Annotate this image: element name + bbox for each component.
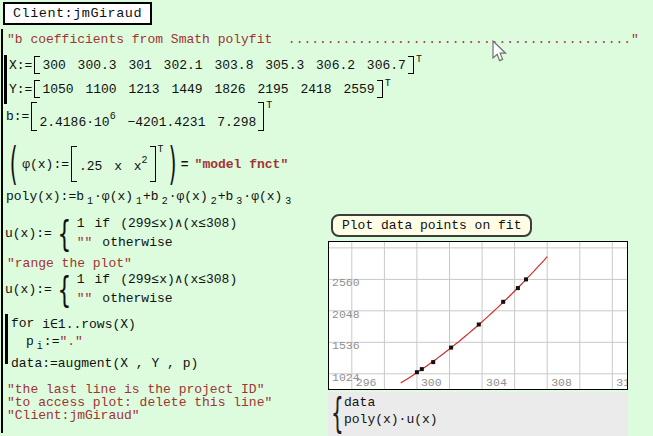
- bracket-right: [408, 56, 414, 74]
- smath-worksheet: Client:jmGiraud "b coefficients from Sma…: [0, 0, 653, 436]
- expr-X-definition[interactable]: X:= 300 300.3 301 302.1 303.8 305.3 306.…: [9, 56, 422, 74]
- keyword-otherwise: otherwise: [102, 291, 172, 307]
- bracket-right: [150, 146, 156, 182]
- svg-text:1536: 1536: [332, 339, 360, 352]
- plot-legend[interactable]: { data poly(x)·u(x): [328, 392, 628, 436]
- legend-entry-poly: poly(x)·u(x): [344, 412, 438, 427]
- svg-text:308: 308: [551, 376, 572, 389]
- u-lhs: u(x):=: [5, 226, 52, 241]
- plot-svg: 1024153620482560296300304308312: [329, 242, 627, 389]
- expr-data-augment[interactable]: data:=augment(X , Y , p): [11, 355, 198, 372]
- svg-text:304: 304: [486, 376, 507, 389]
- transpose-sup: T: [385, 78, 391, 89]
- legend-brace: {: [331, 392, 344, 434]
- equals-sign: =: [181, 157, 189, 172]
- bracket-right: [258, 102, 264, 131]
- keyword-for: for: [11, 316, 42, 331]
- svg-text:296: 296: [356, 376, 377, 389]
- keyword-if: if: [95, 272, 111, 288]
- u-lhs: u(x):=: [5, 282, 52, 297]
- keyword-if: if: [95, 216, 111, 232]
- expr-b-definition[interactable]: b:= 2.4186·106 −4201.4231 7.298 T: [6, 102, 272, 131]
- bracket-right: [377, 80, 383, 98]
- page-margin-line: [1, 29, 3, 433]
- case-value-1: 1: [77, 272, 85, 288]
- paren-left: (: [10, 146, 18, 182]
- for-iterator: i∈1..rows(X): [42, 316, 136, 332]
- vector-Y-values: 1050 1100 1213 1449 1826 2195 2418 2559: [40, 82, 376, 97]
- data-expression: data:=augment(X , Y , p): [11, 356, 198, 371]
- expr-p-assignment[interactable]: pi:=".": [26, 334, 83, 351]
- case-condition: (299≤x)∧(x≤308): [120, 216, 237, 232]
- plot-region[interactable]: 1024153620482560296300304308312: [328, 241, 628, 390]
- cases-brace: {: [57, 273, 71, 307]
- poly-expression: poly(x):=b1·φ(x)1+b2·φ(x)2+b3·φ(x)3: [6, 189, 292, 207]
- expr-Y-definition[interactable]: Y:= 1050 1100 1213 1449 1826 2195 2418 2…: [9, 80, 391, 98]
- legend-entry-data: data: [344, 395, 375, 410]
- svg-text:2048: 2048: [332, 308, 360, 321]
- case-value-2: "": [77, 291, 93, 307]
- expr-u-definition-2[interactable]: u(x):= { 1if(299≤x)∧(x≤308) ""otherwise: [5, 272, 237, 307]
- mouse-cursor-icon: [492, 40, 508, 64]
- var-X-lhs: X:=: [9, 58, 32, 73]
- client-id-box[interactable]: Client:jmGiraud: [3, 2, 152, 25]
- case-value-1: 1: [77, 216, 85, 232]
- var-b-lhs: b:=: [6, 109, 29, 124]
- transpose-sup: T: [158, 144, 164, 155]
- case-condition: (299≤x)∧(x≤308): [120, 272, 237, 288]
- paren-right: ): [168, 146, 176, 182]
- vector-X-values: 300 300.3 301 302.1 303.8 305.3 306.2 30…: [40, 58, 407, 73]
- plot-data-points-button[interactable]: Plot data points on fit: [331, 214, 532, 237]
- case-value-2: "": [77, 235, 93, 251]
- model-fnct-string: "model fnct": [195, 157, 289, 172]
- vector-b-values: 2.4186·106 −4201.4231 7.298: [37, 103, 258, 130]
- svg-text:2560: 2560: [332, 276, 360, 289]
- region-marker-for: [5, 314, 8, 364]
- expr-u-definition-1[interactable]: u(x):= { 1if(299≤x)∧(x≤308) ""otherwise: [5, 216, 237, 251]
- keyword-otherwise: otherwise: [102, 235, 172, 251]
- phi-lhs: φ(x):=: [22, 157, 69, 172]
- region-marker-xy: [4, 55, 7, 104]
- svg-text:300: 300: [421, 376, 442, 389]
- exponent-2: 2: [142, 155, 148, 166]
- expr-poly-definition[interactable]: poly(x):=b1·φ(x)1+b2·φ(x)2+b3·φ(x)3: [6, 189, 292, 207]
- expr-phi-definition[interactable]: ( φ(x):= .25 x x2 T ) = "model fnct": [5, 146, 288, 182]
- comment-top[interactable]: "b coefficients from Smath polyfit .....…: [7, 32, 639, 47]
- comment-client[interactable]: "Client:jmGiraud": [7, 408, 140, 423]
- svg-text:312: 312: [616, 376, 627, 389]
- expr-for-loop[interactable]: for i∈1..rows(X): [11, 315, 136, 332]
- cases-brace: {: [57, 217, 71, 251]
- transpose-sup: T: [266, 100, 272, 111]
- transpose-sup: T: [416, 54, 422, 65]
- var-Y-lhs: Y:=: [9, 82, 32, 97]
- p-expression: pi:=".": [26, 334, 83, 352]
- phi-elements: .25 x x2: [77, 155, 150, 174]
